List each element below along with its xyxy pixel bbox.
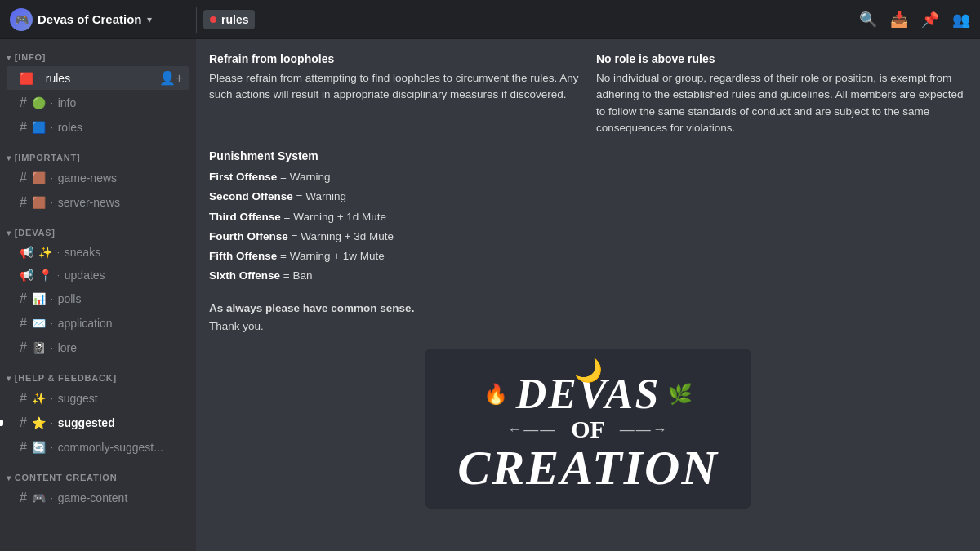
sidebar-item-application[interactable]: # ✉️ · application — [7, 312, 189, 335]
offense-6-value: = Ban — [283, 269, 313, 282]
category-arrow-help: ▾ — [7, 374, 11, 383]
lore-emoji-icon: 📓 — [32, 341, 46, 354]
suggest-emoji-icon: ✨ — [32, 392, 46, 405]
server-news-emoji-icon: 🟫 — [32, 196, 46, 209]
category-label-content: CONTENT CREATION — [15, 473, 118, 482]
sidebar-item-game-content[interactable]: # 🎮 · game-content — [7, 487, 189, 509]
hash-icon-commonly-suggest: # — [20, 440, 27, 455]
channel-tab: rules — [203, 10, 255, 29]
add-member-icon[interactable]: 👤+ — [159, 70, 183, 86]
logo-of-text: OF — [564, 415, 612, 443]
sidebar-item-game-news[interactable]: # 🟫 · game-news — [7, 167, 189, 189]
offense-2: Second Offense = Warning — [209, 187, 967, 207]
sidebar: ▾ [INFO] 🟥 · rules 👤+ # 🟢 · info # 🟦 · r… — [0, 39, 196, 551]
hash-icon-suggest: # — [20, 391, 27, 406]
inbox-icon[interactable]: 📥 — [890, 11, 908, 29]
rules-col-right: No role is above rules No individual or … — [596, 52, 967, 136]
logo-right-arrow: ——→ — [620, 421, 669, 438]
updates-emoji-icon: 📍 — [38, 269, 52, 282]
updates-type-icon: 📢 — [20, 269, 33, 282]
channel-tab-name: rules — [221, 13, 248, 26]
sidebar-item-suggest[interactable]: # ✨ · suggest — [7, 387, 189, 410]
sidebar-item-lore[interactable]: # 📓 · lore — [7, 336, 189, 359]
rules-section-loopholes: Refrain from loopholes Please refrain fr… — [209, 52, 967, 136]
info-emoji-icon: 🟢 — [32, 96, 46, 109]
sidebar-item-suggested[interactable]: # ⭐ · suggested — [7, 411, 189, 434]
category-content-creation[interactable]: ▾ CONTENT CREATION — [0, 460, 196, 486]
server-name-area[interactable]: 🎮 Devas of Creation ▾ — [10, 8, 189, 31]
category-info[interactable]: ▾ [INFO] — [0, 39, 196, 65]
rules-emoji-icon: 🟥 — [20, 72, 33, 85]
hash-icon-polls: # — [20, 291, 27, 306]
thank-you-text: Thank you. — [209, 320, 967, 332]
offense-5-value: = Warning + 1w Mute — [280, 250, 385, 262]
channel-name-application: application — [58, 317, 113, 330]
category-label-important: [IMPORTANT] — [15, 153, 81, 162]
channel-name-suggest: suggest — [58, 392, 98, 405]
category-devas[interactable]: ▾ [DEVAS] — [0, 215, 196, 241]
chat-area: Refrain from loopholes Please refrain fr… — [196, 39, 980, 551]
logo-left-arrow: ←—— — [507, 421, 556, 438]
server-icon: 🎮 — [10, 8, 33, 31]
offense-4-value: = Warning + 3d Mute — [292, 230, 394, 242]
sidebar-item-updates[interactable]: 📢 📍 · updates — [7, 264, 189, 286]
channel-name-polls: polls — [58, 292, 82, 305]
category-arrow-devas: ▾ — [7, 229, 11, 238]
title-right-icons: 🔍 📥 📌 👥 — [859, 11, 970, 29]
offense-3: Third Offense = Warning + 1d Mute — [209, 207, 967, 227]
logo-creation-row: CREATION — [457, 443, 718, 492]
logo-leaf-icon: 🌿 — [668, 383, 693, 406]
channel-name-roles: roles — [58, 121, 82, 134]
offense-2-label: Second Offense — [209, 190, 293, 202]
logo-fire-icon: 🔥 — [483, 383, 508, 406]
offense-2-value: = Warning — [296, 190, 346, 202]
game-news-emoji-icon: 🟫 — [32, 171, 46, 184]
sidebar-item-roles[interactable]: # 🟦 · roles — [7, 116, 189, 139]
sidebar-item-info[interactable]: # 🟢 · info — [7, 91, 189, 114]
server-logo-container: 🌙 🔥 DEVAS 🌿 ←—— OF ——→ CREATION — [425, 349, 751, 509]
application-emoji-icon: ✉️ — [32, 317, 46, 330]
unread-bar — [0, 420, 3, 426]
offense-5: Fifth Offense = Warning + 1w Mute — [209, 247, 967, 266]
title-bar: 🎮 Devas of Creation ▾ rules 🔍 📥 📌 👥 — [0, 0, 980, 39]
offense-1-label: First Offense — [209, 171, 277, 183]
common-sense-strong: As always please have common sense. — [209, 302, 414, 314]
category-important[interactable]: ▾ [IMPORTANT] — [0, 140, 196, 166]
hash-icon-game-news: # — [20, 171, 27, 185]
chat-messages: Refrain from loopholes Please refrain fr… — [196, 39, 980, 551]
category-label-devas: [DEVAS] — [15, 228, 56, 238]
category-help-feedback[interactable]: ▾ [HELP & FEEDBACK] — [0, 360, 196, 386]
sidebar-item-sneaks[interactable]: 📢 ✨ · sneaks — [7, 242, 189, 263]
sidebar-item-server-news[interactable]: # 🟫 · server-news — [7, 191, 189, 214]
offense-6: Sixth Offense = Ban — [209, 266, 967, 286]
channel-name-info: info — [58, 96, 77, 109]
hash-icon-roles: # — [20, 120, 27, 135]
server-title: Devas of Creation — [38, 12, 142, 26]
hash-icon-server-news: # — [20, 195, 27, 210]
polls-emoji-icon: 📊 — [32, 292, 46, 305]
sidebar-item-polls[interactable]: # 📊 · polls — [7, 287, 189, 310]
rules-col-left-text: Please refrain from attempting to find l… — [209, 70, 580, 104]
hash-icon-game-content: # — [20, 491, 27, 505]
category-arrow-info: ▾ — [7, 53, 11, 62]
search-icon[interactable]: 🔍 — [859, 11, 877, 29]
rules-col-left-title: Refrain from loopholes — [209, 52, 580, 65]
hash-icon-info: # — [20, 96, 27, 110]
offense-1-value: = Warning — [280, 171, 330, 183]
channel-name-rules: rules — [46, 72, 70, 85]
members-icon[interactable]: 👥 — [952, 11, 970, 29]
channel-name-suggested: suggested — [58, 416, 115, 429]
category-label-help: [HELP & FEEDBACK] — [15, 373, 117, 383]
punishment-section: Punishment System First Offense = Warnin… — [209, 149, 967, 287]
pin-icon[interactable]: 📌 — [921, 11, 939, 29]
channel-name-lore: lore — [58, 341, 77, 354]
sneaks-type-icon: 📢 — [20, 246, 33, 259]
offense-4-label: Fourth Offense — [209, 230, 288, 242]
sidebar-item-rules[interactable]: 🟥 · rules 👤+ — [7, 66, 189, 90]
sidebar-item-commonly-suggest[interactable]: # 🔄 · commonly-suggest... — [7, 436, 189, 459]
logo-moon-icon: 🌙 — [574, 357, 603, 384]
offense-5-label: Fifth Offense — [209, 250, 277, 262]
rules-col-right-title: No role is above rules — [596, 52, 967, 65]
channel-name-game-news: game-news — [58, 171, 117, 184]
category-label-info: [INFO] — [15, 52, 46, 62]
